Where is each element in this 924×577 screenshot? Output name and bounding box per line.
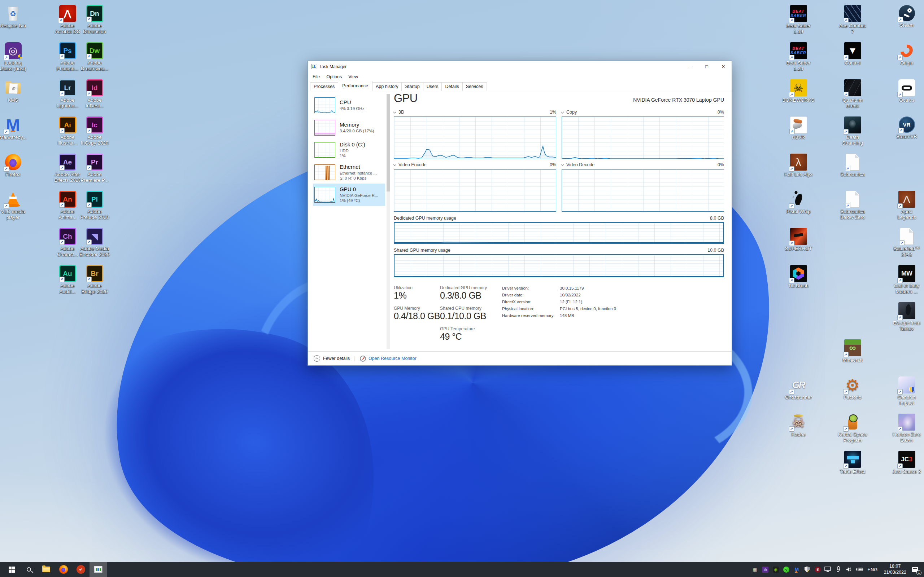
sidebar-item-ethernet[interactable]: EthernetEthernet Instance ...S: 0 R: 0 K… bbox=[313, 161, 385, 184]
desktop-icon-h3vr[interactable]: ↗H3VR bbox=[771, 116, 825, 140]
tab-app-history[interactable]: App history bbox=[372, 82, 402, 91]
desktop-icon-dimension[interactable]: Dn↗Adobe Dimension bbox=[73, 5, 116, 35]
language-indicator[interactable]: ENG bbox=[866, 567, 879, 572]
title-bar[interactable]: Task Manager – □ ✕ bbox=[308, 61, 732, 72]
menu-view[interactable]: View bbox=[345, 73, 361, 81]
razer-synapse-tray-icon[interactable]: ∿ bbox=[782, 566, 790, 574]
desktop-icon-oculus[interactable]: ↗Oculus bbox=[880, 79, 924, 103]
firefox-taskbar-button[interactable] bbox=[55, 562, 72, 577]
sidebar-item-memory[interactable]: Memory3.4/20.0 GB (17%) bbox=[313, 116, 385, 139]
desktop-icon-malwarebytes[interactable]: M↗Malwareby... bbox=[0, 116, 34, 140]
desktop-icon-pistol-whip[interactable]: ↗Pistol Whip bbox=[771, 191, 825, 214]
desktop-icon-ghostrunner[interactable]: GR↗Ghostrunner bbox=[771, 377, 825, 400]
desktop-icon-steam[interactable]: ↗Steam bbox=[880, 5, 924, 28]
tab-processes[interactable]: Processes bbox=[310, 82, 338, 91]
clock[interactable]: 18:07 21/03/2022 bbox=[881, 563, 908, 575]
desktop-icon-control[interactable]: ▼↗Control bbox=[825, 42, 880, 66]
tab-services[interactable]: Services bbox=[462, 82, 487, 91]
minimize-button[interactable]: – bbox=[682, 61, 698, 72]
tab-users[interactable]: Users bbox=[423, 82, 442, 91]
desktop-icon-ace-combat-7[interactable]: ↗Ace Combat 7 bbox=[825, 5, 880, 35]
malwarebytes-tray-icon[interactable]: M bbox=[793, 566, 801, 574]
scrollbar-thumb[interactable] bbox=[386, 94, 390, 192]
desktop-icon-kerbal-space-program[interactable]: ↗Kerbal Space Program bbox=[825, 414, 880, 443]
usb-tray-icon[interactable] bbox=[835, 566, 842, 574]
desktop-icon-quantum-break[interactable]: ↗Quantum Break bbox=[825, 79, 880, 109]
sidebar-item-disk[interactable]: Disk 0 (C:)HDD1% bbox=[313, 139, 385, 161]
desktop-icon-recycle-bin[interactable]: ♻Recycle Bin bbox=[0, 5, 34, 29]
desktop-icon-half-life-alyx[interactable]: λ↗Half Life Alyx bbox=[771, 154, 825, 177]
desktop-icon-minecraft[interactable]: ∞↗Minecraft bbox=[825, 339, 880, 363]
desktop-icon-subnautica[interactable]: ↗Subnautica bbox=[825, 154, 880, 177]
desktop-icon-just-cause-3[interactable]: JC3↗Just Cause 3 bbox=[880, 451, 924, 475]
desktop-icon-hades[interactable]: ☠↗Hades bbox=[771, 414, 825, 437]
chart-header-video-encode[interactable]: Video Encode 0% bbox=[394, 162, 556, 168]
menu-options[interactable]: Options bbox=[323, 73, 345, 81]
search-button[interactable] bbox=[20, 562, 37, 577]
tab-performance[interactable]: Performance bbox=[338, 81, 373, 91]
icue-tray-icon[interactable]: 8 bbox=[814, 566, 822, 574]
desktop-icon-factorio[interactable]: ⚙↗Factorio bbox=[825, 377, 880, 400]
desktop-icon-media-encoder[interactable]: ◥↗Adobe Media Encoder 2020 bbox=[73, 228, 116, 258]
desktop-icon-label: Tetris Effect bbox=[840, 469, 865, 475]
desktop-icon-superhot[interactable]: ↗SUPERHOT bbox=[771, 228, 825, 252]
network-tray-icon[interactable] bbox=[824, 566, 832, 574]
desktop-icon-boneworks[interactable]: ☠↗BONEWORKS bbox=[771, 79, 825, 103]
desktop-icon-apex-legends[interactable]: Λ↗Apex Legends bbox=[880, 191, 924, 221]
security-shield-tray-icon[interactable] bbox=[803, 566, 811, 574]
collapse-details-icon[interactable] bbox=[313, 355, 320, 362]
nvidia-settings-tray-icon[interactable]: ◉ bbox=[772, 566, 780, 574]
chart-header-copy[interactable]: Copy 0% bbox=[562, 109, 724, 115]
file-explorer-button[interactable] bbox=[37, 562, 55, 577]
desktop-icon-incopy[interactable]: Ic↗Adobe InCopy 2020 bbox=[73, 116, 116, 147]
desktop-icon-horizon-zero-dawn[interactable]: ↗Horizon Zero Dawn bbox=[880, 414, 924, 443]
icon-art bbox=[901, 85, 912, 90]
start-button[interactable] bbox=[3, 562, 20, 577]
hidden-icons-button[interactable]: ▦ bbox=[751, 566, 759, 574]
menu-file[interactable]: File bbox=[309, 73, 323, 81]
chart-value: 0% bbox=[717, 162, 724, 167]
desktop-icon-beat-saber-120[interactable]: BEATSABER↗Beat Saber 1.20 bbox=[771, 42, 825, 72]
desktop-icon-escape-from-tarkov[interactable]: ↗Escape from Tarkov bbox=[880, 302, 924, 332]
open-resource-monitor-link[interactable]: Open Resource Monitor bbox=[368, 356, 417, 361]
desktop-icon-indesign[interactable]: Id↗Adobe InDesi... bbox=[73, 79, 116, 109]
desktop-icon-vlc[interactable]: ↗VLC media player bbox=[0, 191, 34, 221]
volume-tray-icon[interactable] bbox=[845, 566, 853, 574]
desktop-icon-tilt-brush[interactable]: ↗Tilt Brush bbox=[771, 265, 825, 289]
sidebar-item-text: CPU4% 3.19 GHz bbox=[340, 99, 364, 111]
desktop-icon-battlefield-2042[interactable]: ↗Battlefield™ 2042 bbox=[880, 228, 924, 258]
sidebar-item-gpu[interactable]: GPU 0NVIDIA GeForce R...1% (49 °C) bbox=[313, 184, 385, 206]
desktop-icon-premiere[interactable]: Pr↗Adobe Premiere P... bbox=[73, 154, 116, 184]
chart-header-video-decode[interactable]: Video Decode 0% bbox=[562, 162, 724, 168]
desktop-icon-cod-modern-warfare[interactable]: MW↗Call of Duty Modern ... bbox=[880, 265, 924, 295]
desktop-icon-dreamweaver[interactable]: Dw↗Adobe Dreamwea... bbox=[73, 42, 116, 72]
tab-startup[interactable]: Startup bbox=[401, 82, 423, 91]
desktop-icon-subnautica-below-zero[interactable]: ↗Subnautica Below Zero bbox=[825, 191, 880, 221]
notification-center-button[interactable]: 1 bbox=[911, 566, 919, 574]
desktop-icon-origin[interactable]: ↗Origin bbox=[880, 42, 924, 66]
desktop-icon-steamvr[interactable]: VR↗SteamVR bbox=[880, 116, 924, 140]
desktop-icon-death-stranding[interactable]: ↗Death Stranding bbox=[825, 116, 880, 147]
shortcut-arrow-icon: ↗ bbox=[897, 278, 903, 283]
desktop-icon-looking-glass[interactable]: ◎↗Looking Glass (host) bbox=[0, 42, 34, 72]
desktop-icon-tetris-effect[interactable]: ↗Tetris Effect bbox=[825, 451, 880, 475]
task-manager-taskbar-button[interactable] bbox=[89, 562, 107, 577]
fewer-details-button[interactable]: Fewer details bbox=[323, 356, 350, 361]
looking-glass-tray-icon[interactable]: ◎ bbox=[761, 566, 769, 574]
sharex-taskbar-button[interactable]: ✂ bbox=[72, 562, 89, 577]
sidebar-item-cpu[interactable]: CPU4% 3.19 GHz bbox=[313, 94, 385, 116]
desktop-icon-firefox[interactable]: ↗Firefox bbox=[0, 154, 34, 177]
tab-details[interactable]: Details bbox=[441, 82, 462, 91]
sidebar-scrollbar[interactable] bbox=[386, 94, 390, 349]
desktop-icon-genshin-impact[interactable]: ↗Genshin Impact bbox=[880, 377, 924, 406]
shortcut-arrow-icon: ↗ bbox=[844, 18, 848, 22]
desktop-icon-beat-saber-119[interactable]: BEATSABER↗Beat Saber 1.19 bbox=[771, 5, 825, 35]
desktop-icon-prelude[interactable]: Pl↗Adobe Prelude 2020 bbox=[73, 191, 116, 221]
power-tray-icon[interactable] bbox=[855, 566, 863, 574]
maximize-button[interactable]: □ bbox=[698, 61, 715, 72]
sidebar-item-subtitle: 1% bbox=[340, 153, 365, 158]
close-button[interactable]: ✕ bbox=[715, 61, 732, 72]
desktop-icon-kms[interactable]: KMS bbox=[0, 79, 34, 103]
chart-header-3d[interactable]: 3D 1% bbox=[394, 109, 556, 115]
desktop-icon-bridge[interactable]: Br↗Adobe Bridge 2020 bbox=[73, 265, 116, 295]
